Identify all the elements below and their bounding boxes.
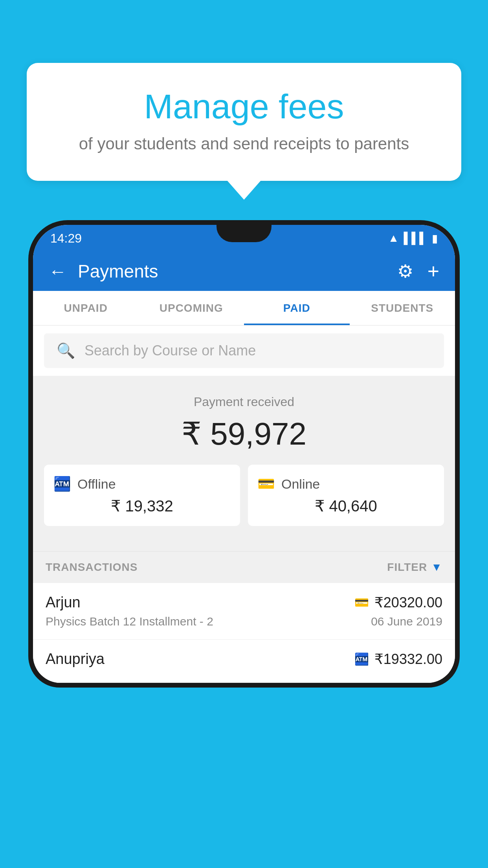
battery-icon: ▮: [432, 232, 438, 245]
transaction-row-top: Anupriya 🏧 ₹19332.00: [46, 651, 442, 668]
filter-icon: ▼: [431, 561, 442, 574]
transaction-course: Physics Batch 12 Installment - 2: [46, 615, 213, 628]
offline-icon: 🏧: [53, 476, 71, 492]
payment-received-label: Payment received: [33, 395, 455, 409]
payment-total-amount: ₹ 59,972: [33, 416, 455, 452]
transaction-amount-wrap: 🏧 ₹19332.00: [354, 651, 442, 668]
card-payment-icon: 💳: [354, 596, 369, 609]
header-left: ← Payments: [49, 261, 158, 282]
offline-label: Offline: [77, 476, 116, 492]
page-title: Payments: [78, 261, 158, 282]
back-button[interactable]: ←: [49, 261, 67, 282]
app-header: ← Payments ⚙ +: [33, 252, 455, 291]
status-icons: ▲ ▌▌▌ ▮: [388, 232, 438, 245]
search-container: 🔍 Search by Course or Name: [33, 326, 455, 376]
offline-amount: ₹ 19,332: [53, 497, 231, 515]
tab-upcoming[interactable]: UPCOMING: [139, 291, 244, 325]
header-right: ⚙ +: [397, 259, 439, 283]
transaction-amount: ₹20320.00: [374, 594, 442, 611]
speech-bubble: Manage fees of your students and send re…: [27, 63, 461, 181]
payment-summary: Payment received ₹ 59,972 🏧 Offline ₹ 19…: [33, 376, 455, 551]
table-row[interactable]: Anupriya 🏧 ₹19332.00: [33, 640, 455, 683]
transaction-amount-wrap: 💳 ₹20320.00: [354, 594, 442, 611]
payment-cards: 🏧 Offline ₹ 19,332 💳 Online ₹ 40,640: [33, 465, 455, 539]
bubble-title: Manage fees: [46, 86, 442, 127]
status-time: 14:29: [50, 231, 82, 246]
search-icon: 🔍: [57, 342, 75, 359]
offline-card: 🏧 Offline ₹ 19,332: [44, 465, 240, 526]
bubble-subtitle: of your students and send receipts to pa…: [46, 134, 442, 153]
transaction-name: Arjun: [46, 594, 81, 611]
tab-paid[interactable]: PAID: [244, 291, 350, 325]
transaction-name: Anupriya: [46, 651, 105, 668]
transactions-header: TRANSACTIONS FILTER ▼: [33, 551, 455, 583]
phone-wrapper: 14:29 ▲ ▌▌▌ ▮ ← Payments ⚙ +: [28, 220, 460, 868]
tab-students[interactable]: STUDENTS: [350, 291, 455, 325]
online-amount: ₹ 40,640: [257, 497, 435, 515]
transaction-amount: ₹19332.00: [374, 651, 442, 668]
online-card-top: 💳 Online: [257, 476, 435, 492]
transaction-row-bottom: Physics Batch 12 Installment - 2 06 June…: [46, 615, 442, 628]
online-card: 💳 Online ₹ 40,640: [248, 465, 444, 526]
signal-icon: ▌▌▌: [404, 232, 427, 245]
transaction-date: 06 June 2019: [371, 615, 442, 628]
settings-icon[interactable]: ⚙: [397, 261, 413, 282]
filter-button[interactable]: FILTER ▼: [387, 561, 442, 574]
wifi-icon: ▲: [388, 232, 399, 245]
tab-unpaid[interactable]: UNPAID: [33, 291, 139, 325]
search-input[interactable]: Search by Course or Name: [84, 342, 256, 359]
phone-notch: [216, 225, 272, 242]
online-label: Online: [281, 476, 320, 492]
add-button[interactable]: +: [427, 259, 439, 283]
transaction-row-top: Arjun 💳 ₹20320.00: [46, 594, 442, 611]
transactions-label: TRANSACTIONS: [46, 561, 138, 574]
cash-payment-icon: 🏧: [354, 652, 369, 666]
phone-inner: 14:29 ▲ ▌▌▌ ▮ ← Payments ⚙ +: [33, 225, 455, 683]
offline-card-top: 🏧 Offline: [53, 476, 231, 492]
search-bar[interactable]: 🔍 Search by Course or Name: [44, 333, 444, 368]
phone-outer: 14:29 ▲ ▌▌▌ ▮ ← Payments ⚙ +: [28, 220, 460, 688]
tabs: UNPAID UPCOMING PAID STUDENTS: [33, 291, 455, 326]
online-icon: 💳: [257, 476, 275, 492]
table-row[interactable]: Arjun 💳 ₹20320.00 Physics Batch 12 Insta…: [33, 583, 455, 640]
